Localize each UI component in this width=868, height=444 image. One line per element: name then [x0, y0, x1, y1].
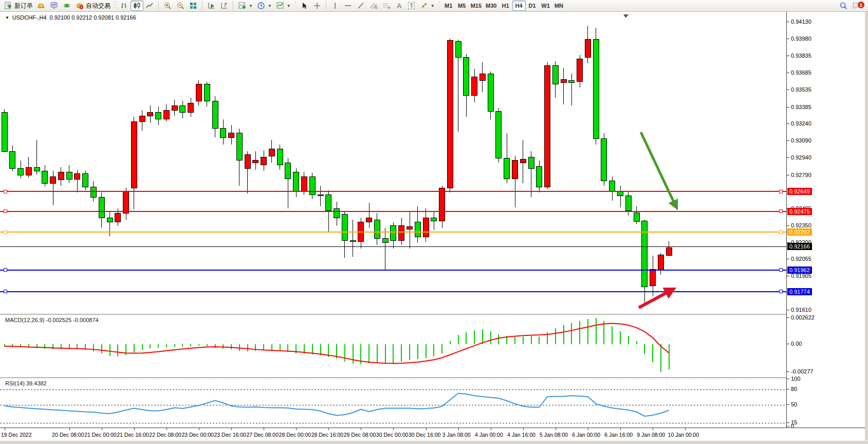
timeframe-w1-button[interactable]: W1	[539, 1, 552, 11]
text-label-button[interactable]: T	[405, 1, 418, 11]
candle	[293, 172, 299, 191]
notification-badge: 1	[858, 2, 864, 8]
candle	[204, 84, 210, 101]
bars-chart-button[interactable]	[118, 1, 131, 11]
rsi-chart-surface[interactable]	[0, 379, 786, 428]
price-axis[interactable]: 0.941300.939800.938350.936850.935350.933…	[786, 12, 865, 440]
line-handle[interactable]	[779, 269, 782, 272]
timeframe-h1-button[interactable]: H1	[499, 1, 512, 11]
mt4-terminal: 新订单 自动交易	[0, 0, 868, 444]
line-chart-button[interactable]	[143, 1, 156, 11]
gold-ingot-button[interactable]	[35, 1, 48, 11]
templates-button[interactable]: ▼	[274, 1, 293, 11]
candle	[561, 79, 566, 83]
time-tick	[231, 428, 232, 430]
time-tick	[491, 428, 491, 430]
candle	[585, 39, 590, 58]
periods-button[interactable]: ▼	[255, 1, 274, 11]
time-tick	[620, 428, 621, 430]
line-handle[interactable]	[4, 190, 7, 193]
chart-monitor-button[interactable]	[48, 1, 61, 11]
timeframe-d1-button[interactable]: D1	[526, 1, 539, 11]
candles-chart-button[interactable]	[131, 1, 143, 11]
candle	[537, 166, 542, 187]
new-order-button[interactable]: 新订单	[2, 1, 35, 11]
zoom-out-button[interactable]	[174, 1, 187, 11]
rsi-label: RSI(14) 39.4382	[5, 380, 47, 386]
candle	[593, 39, 599, 138]
time-label: 23 Dec 00:00	[181, 432, 213, 438]
candle	[666, 247, 672, 255]
time-axis[interactable]: 19 Dec 202220 Dec 08:0021 Dec 00:0021 De…	[0, 428, 868, 440]
candle	[220, 129, 226, 138]
candle	[269, 149, 274, 156]
signals-icon	[63, 2, 71, 10]
channel-button[interactable]: E	[367, 1, 380, 11]
line-handle[interactable]	[779, 230, 782, 234]
macd-chart-surface[interactable]	[0, 315, 786, 377]
timeframe-m30-button[interactable]: M30	[484, 1, 498, 11]
green-arrow-object[interactable]	[641, 132, 676, 207]
candle	[107, 218, 113, 222]
candle	[650, 269, 656, 286]
chart-shift-marker[interactable]	[623, 14, 629, 18]
chart-menu-icon[interactable]: ▼	[5, 15, 9, 20]
time-tick	[167, 428, 167, 430]
zoom-in-button[interactable]	[161, 1, 174, 11]
time-label: 20 Dec 08:00	[52, 432, 84, 438]
fibonacci-button[interactable]: F	[380, 1, 393, 11]
trendline-button[interactable]	[355, 1, 367, 11]
timeframe-m1-button[interactable]: M1	[442, 1, 455, 11]
candle	[658, 255, 663, 270]
candle	[26, 168, 31, 175]
chart-shift-button[interactable]	[218, 1, 231, 11]
line-handle[interactable]	[779, 210, 782, 213]
text-button[interactable]: A	[393, 1, 405, 11]
search-button[interactable]	[837, 1, 850, 11]
candle	[75, 173, 80, 179]
candle	[66, 172, 72, 179]
arrows-button[interactable]: ▼	[418, 1, 437, 11]
svg-text:F: F	[388, 6, 390, 10]
time-tick	[523, 428, 524, 430]
auto-trading-button[interactable]: 自动交易	[73, 1, 113, 11]
line-handle[interactable]	[4, 269, 7, 272]
line-handle[interactable]	[4, 230, 7, 234]
line-handle[interactable]	[4, 290, 7, 293]
price-chart-surface[interactable]	[0, 13, 786, 314]
chart-monitor-icon	[50, 2, 59, 10]
zoom-out-icon	[176, 2, 185, 10]
tile-windows-button[interactable]	[187, 1, 200, 11]
candle	[318, 195, 323, 196]
horizontal-line-button[interactable]	[342, 1, 355, 11]
indicators-button[interactable]: ▼	[236, 1, 255, 11]
channel-icon: E	[370, 2, 378, 10]
cursor-arrow-icon	[300, 2, 309, 10]
candle	[415, 222, 420, 237]
timeframe-h4-button[interactable]: H4	[512, 1, 526, 11]
candle	[625, 196, 631, 211]
vertical-line-button[interactable]	[329, 1, 342, 11]
timeframe-mn-button[interactable]: MN	[552, 1, 566, 11]
text-tool-icon: A	[397, 2, 401, 10]
candle	[439, 188, 445, 221]
auto-scroll-button[interactable]	[205, 1, 218, 11]
price-tick-label: 0.93980	[791, 35, 811, 42]
crosshair-button[interactable]	[311, 1, 324, 11]
candle	[447, 41, 453, 188]
cursor-button[interactable]	[298, 1, 311, 11]
candle	[374, 220, 380, 238]
time-tick	[102, 428, 102, 430]
candle	[577, 59, 583, 81]
line-handle[interactable]	[779, 190, 782, 193]
line-handle[interactable]	[779, 290, 782, 293]
candle	[520, 159, 526, 163]
timeframe-m15-button[interactable]: M15	[469, 1, 484, 11]
line-handle[interactable]	[4, 210, 7, 213]
timeframe-m5-button[interactable]: M5	[455, 1, 469, 11]
signals-button[interactable]	[61, 1, 73, 11]
candle	[618, 191, 623, 196]
price-tick-label: 0.91610	[791, 307, 811, 313]
notifications-button[interactable]: 1	[850, 1, 863, 11]
candle	[545, 65, 550, 187]
